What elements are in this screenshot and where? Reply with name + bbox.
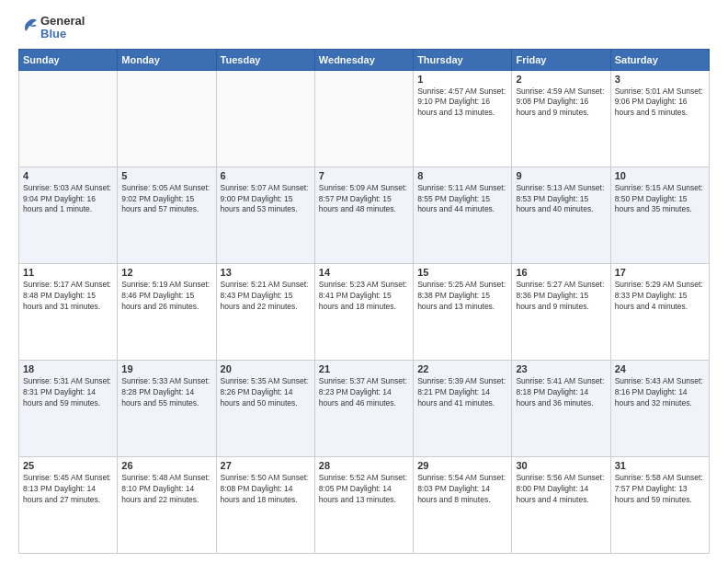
- day-number-10: 10: [615, 170, 705, 181]
- day-cell-20: 20Sunrise: 5:35 AM Sunset: 8:26 PM Dayli…: [216, 360, 314, 456]
- day-info-29: Sunrise: 5:54 AM Sunset: 8:03 PM Dayligh…: [417, 473, 507, 506]
- weekday-header-saturday: Saturday: [610, 49, 709, 70]
- week-row-2: 4Sunrise: 5:03 AM Sunset: 9:04 PM Daylig…: [19, 167, 710, 263]
- day-number-31: 31: [615, 460, 705, 471]
- day-cell-7: 7Sunrise: 5:09 AM Sunset: 8:57 PM Daylig…: [314, 167, 413, 263]
- week-row-3: 11Sunrise: 5:17 AM Sunset: 8:48 PM Dayli…: [19, 263, 710, 360]
- day-number-1: 1: [417, 74, 507, 85]
- day-number-15: 15: [417, 267, 507, 278]
- empty-cell: [118, 70, 216, 167]
- day-number-13: 13: [221, 267, 311, 278]
- day-number-11: 11: [23, 267, 113, 278]
- page-header: General Blue: [18, 15, 710, 41]
- day-number-18: 18: [23, 363, 113, 374]
- day-cell-11: 11Sunrise: 5:17 AM Sunset: 8:48 PM Dayli…: [19, 263, 118, 360]
- day-cell-12: 12Sunrise: 5:19 AM Sunset: 8:46 PM Dayli…: [118, 263, 216, 360]
- day-info-27: Sunrise: 5:50 AM Sunset: 8:08 PM Dayligh…: [221, 473, 311, 506]
- day-info-23: Sunrise: 5:41 AM Sunset: 8:18 PM Dayligh…: [516, 376, 606, 409]
- empty-cell: [19, 70, 118, 167]
- day-number-2: 2: [516, 74, 606, 85]
- day-info-15: Sunrise: 5:25 AM Sunset: 8:38 PM Dayligh…: [417, 280, 507, 313]
- day-cell-2: 2Sunrise: 4:59 AM Sunset: 9:08 PM Daylig…: [512, 70, 610, 167]
- day-cell-15: 15Sunrise: 5:25 AM Sunset: 8:38 PM Dayli…: [414, 263, 512, 360]
- empty-cell: [216, 70, 314, 167]
- weekday-header-monday: Monday: [118, 49, 216, 70]
- day-number-6: 6: [221, 170, 311, 181]
- weekday-header-friday: Friday: [512, 49, 610, 70]
- calendar-page: General Blue SundayMondayTuesdayWednesda…: [0, 0, 728, 563]
- day-info-17: Sunrise: 5:29 AM Sunset: 8:33 PM Dayligh…: [615, 280, 705, 313]
- day-cell-13: 13Sunrise: 5:21 AM Sunset: 8:43 PM Dayli…: [216, 263, 314, 360]
- day-info-8: Sunrise: 5:11 AM Sunset: 8:55 PM Dayligh…: [417, 183, 507, 216]
- day-info-13: Sunrise: 5:21 AM Sunset: 8:43 PM Dayligh…: [221, 280, 311, 313]
- day-info-28: Sunrise: 5:52 AM Sunset: 8:05 PM Dayligh…: [319, 473, 409, 506]
- weekday-header-thursday: Thursday: [414, 49, 512, 70]
- weekday-header-row: SundayMondayTuesdayWednesdayThursdayFrid…: [19, 49, 710, 70]
- day-number-4: 4: [23, 170, 113, 181]
- day-cell-8: 8Sunrise: 5:11 AM Sunset: 8:55 PM Daylig…: [414, 167, 512, 263]
- week-row-1: 1Sunrise: 4:57 AM Sunset: 9:10 PM Daylig…: [19, 70, 710, 167]
- day-cell-6: 6Sunrise: 5:07 AM Sunset: 9:00 PM Daylig…: [216, 167, 314, 263]
- day-number-21: 21: [319, 363, 409, 374]
- day-cell-28: 28Sunrise: 5:52 AM Sunset: 8:05 PM Dayli…: [314, 456, 413, 553]
- day-number-20: 20: [221, 363, 311, 374]
- day-cell-21: 21Sunrise: 5:37 AM Sunset: 8:23 PM Dayli…: [314, 360, 413, 456]
- day-cell-3: 3Sunrise: 5:01 AM Sunset: 9:06 PM Daylig…: [610, 70, 709, 167]
- day-info-21: Sunrise: 5:37 AM Sunset: 8:23 PM Dayligh…: [319, 376, 409, 409]
- weekday-header-tuesday: Tuesday: [216, 49, 314, 70]
- day-info-16: Sunrise: 5:27 AM Sunset: 8:36 PM Dayligh…: [516, 280, 606, 313]
- day-number-16: 16: [516, 267, 606, 278]
- day-cell-10: 10Sunrise: 5:15 AM Sunset: 8:50 PM Dayli…: [610, 167, 709, 263]
- day-info-31: Sunrise: 5:58 AM Sunset: 7:57 PM Dayligh…: [615, 473, 705, 506]
- day-cell-18: 18Sunrise: 5:31 AM Sunset: 8:31 PM Dayli…: [19, 360, 118, 456]
- calendar-table: SundayMondayTuesdayWednesdayThursdayFrid…: [18, 49, 710, 554]
- day-number-22: 22: [417, 363, 507, 374]
- day-cell-31: 31Sunrise: 5:58 AM Sunset: 7:57 PM Dayli…: [610, 456, 709, 553]
- day-info-24: Sunrise: 5:43 AM Sunset: 8:16 PM Dayligh…: [615, 376, 705, 409]
- day-cell-17: 17Sunrise: 5:29 AM Sunset: 8:33 PM Dayli…: [610, 263, 709, 360]
- day-number-28: 28: [319, 460, 409, 471]
- week-row-4: 18Sunrise: 5:31 AM Sunset: 8:31 PM Dayli…: [19, 360, 710, 456]
- day-number-24: 24: [615, 363, 705, 374]
- weekday-header-sunday: Sunday: [19, 49, 118, 70]
- calendar-body: 1Sunrise: 4:57 AM Sunset: 9:10 PM Daylig…: [19, 70, 710, 553]
- day-cell-25: 25Sunrise: 5:45 AM Sunset: 8:13 PM Dayli…: [19, 456, 118, 553]
- weekday-header-wednesday: Wednesday: [314, 49, 413, 70]
- day-number-9: 9: [516, 170, 606, 181]
- day-cell-9: 9Sunrise: 5:13 AM Sunset: 8:53 PM Daylig…: [512, 167, 610, 263]
- day-number-23: 23: [516, 363, 606, 374]
- day-number-8: 8: [417, 170, 507, 181]
- day-number-19: 19: [121, 363, 211, 374]
- day-number-26: 26: [121, 460, 211, 471]
- day-info-12: Sunrise: 5:19 AM Sunset: 8:46 PM Dayligh…: [121, 280, 211, 313]
- logo-blue: Blue: [40, 28, 85, 40]
- logo-bird-icon: [18, 15, 39, 35]
- day-number-7: 7: [319, 170, 409, 181]
- logo-general: General: [40, 15, 85, 28]
- day-info-6: Sunrise: 5:07 AM Sunset: 9:00 PM Dayligh…: [221, 183, 311, 216]
- day-number-27: 27: [221, 460, 311, 471]
- calendar-header: SundayMondayTuesdayWednesdayThursdayFrid…: [19, 49, 710, 70]
- day-number-12: 12: [121, 267, 211, 278]
- logo: General Blue: [18, 15, 85, 41]
- day-info-22: Sunrise: 5:39 AM Sunset: 8:21 PM Dayligh…: [417, 376, 507, 409]
- day-number-5: 5: [121, 170, 211, 181]
- empty-cell: [314, 70, 413, 167]
- day-info-14: Sunrise: 5:23 AM Sunset: 8:41 PM Dayligh…: [319, 280, 409, 313]
- day-info-25: Sunrise: 5:45 AM Sunset: 8:13 PM Dayligh…: [23, 473, 113, 506]
- day-number-17: 17: [615, 267, 705, 278]
- day-cell-1: 1Sunrise: 4:57 AM Sunset: 9:10 PM Daylig…: [414, 70, 512, 167]
- day-info-20: Sunrise: 5:35 AM Sunset: 8:26 PM Dayligh…: [221, 376, 311, 409]
- day-number-3: 3: [615, 74, 705, 85]
- day-cell-19: 19Sunrise: 5:33 AM Sunset: 8:28 PM Dayli…: [118, 360, 216, 456]
- day-number-29: 29: [417, 460, 507, 471]
- day-info-2: Sunrise: 4:59 AM Sunset: 9:08 PM Dayligh…: [516, 86, 606, 120]
- day-info-30: Sunrise: 5:56 AM Sunset: 8:00 PM Dayligh…: [516, 473, 606, 506]
- day-info-11: Sunrise: 5:17 AM Sunset: 8:48 PM Dayligh…: [23, 280, 113, 313]
- day-info-19: Sunrise: 5:33 AM Sunset: 8:28 PM Dayligh…: [121, 376, 211, 409]
- day-info-4: Sunrise: 5:03 AM Sunset: 9:04 PM Dayligh…: [23, 183, 113, 216]
- day-info-1: Sunrise: 4:57 AM Sunset: 9:10 PM Dayligh…: [417, 86, 507, 120]
- day-number-14: 14: [319, 267, 409, 278]
- day-info-10: Sunrise: 5:15 AM Sunset: 8:50 PM Dayligh…: [615, 183, 705, 216]
- day-number-30: 30: [516, 460, 606, 471]
